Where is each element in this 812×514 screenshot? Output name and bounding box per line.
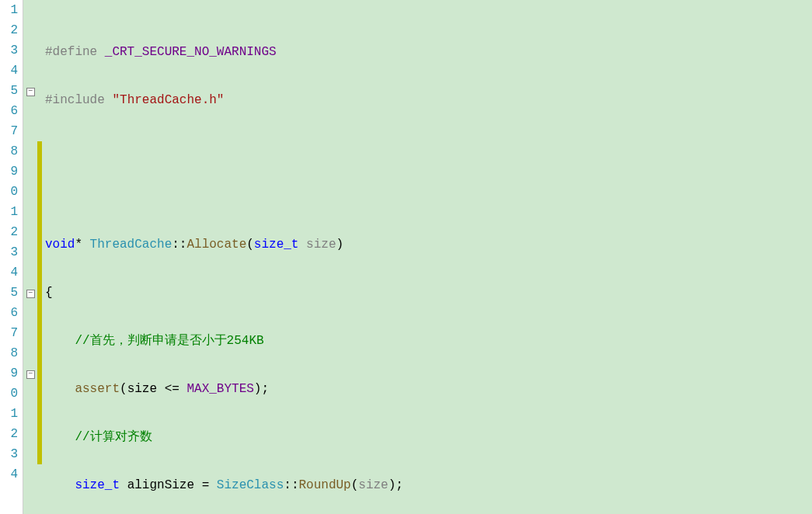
code-line[interactable]: #include "ThreadCache.h" [42, 90, 812, 110]
code-line[interactable] [42, 186, 812, 207]
preproc-directive: #define [45, 45, 105, 59]
code-line[interactable]: assert(size <= MAX_BYTES); [42, 379, 812, 399]
comment: //首先，判断申请是否小于254KB [75, 334, 263, 348]
line-number: 9 [0, 363, 18, 384]
fold-toggle-icon[interactable]: − [26, 88, 35, 96]
comment: //计算对齐数 [75, 430, 152, 444]
line-number: 7 [0, 121, 18, 141]
line-number: 5 [0, 81, 18, 101]
code-line[interactable]: //首先，判断申请是否小于254KB [42, 331, 812, 351]
operator: = [194, 478, 217, 492]
fold-gutter: − − − [23, 0, 37, 514]
code-line[interactable]: void* ThreadCache::Allocate(size_t size) [42, 234, 812, 255]
line-number: 1 [0, 202, 18, 222]
line-number-gutter: 1 2 3 4 5 6 7 8 9 0 1 2 3 4 5 6 7 8 9 0 … [0, 0, 23, 514]
line-number: 4 [0, 262, 18, 283]
line-number: 8 [0, 141, 18, 161]
preproc-directive: #include [45, 93, 112, 107]
code-line[interactable]: size_t alignSize = SizeClass::RoundUp(si… [42, 475, 812, 495]
punct: :: [284, 478, 298, 492]
line-number: 2 [0, 222, 18, 242]
punct: ) [336, 238, 343, 252]
code-line[interactable]: { [42, 283, 812, 303]
line-number: 6 [0, 101, 18, 121]
type: size_t [254, 238, 306, 252]
fold-toggle-icon[interactable]: − [26, 370, 35, 379]
line-number: 9 [0, 161, 18, 182]
line-number: 1 [0, 404, 18, 424]
line-number: 7 [0, 323, 18, 343]
code-line[interactable]: #define _CRT_SECURE_NO_WARNINGS [42, 42, 812, 62]
line-number: 5 [0, 283, 18, 303]
line-number: 0 [0, 384, 18, 404]
code-editor[interactable]: 1 2 3 4 5 6 7 8 9 0 1 2 3 4 5 6 7 8 9 0 … [0, 0, 812, 514]
line-number: 3 [0, 40, 18, 61]
code-line[interactable]: //计算对齐数 [42, 427, 812, 447]
type: size_t [75, 478, 127, 492]
code-area[interactable]: #define _CRT_SECURE_NO_WARNINGS #include… [42, 0, 812, 514]
function-call: assert [75, 382, 120, 396]
function-call: RoundUp [298, 478, 350, 492]
line-number: 6 [0, 303, 18, 323]
line-number: 3 [0, 444, 18, 464]
macro: MAX_BYTES [186, 382, 253, 396]
punct: ); [254, 382, 269, 396]
code-line[interactable] [42, 138, 812, 158]
brace: { [45, 286, 53, 300]
line-number: 8 [0, 343, 18, 363]
class-name: ThreadCache [90, 238, 173, 252]
punct: * [75, 238, 89, 252]
identifier: size [127, 382, 157, 396]
parameter: size [306, 238, 336, 252]
keyword: void [45, 238, 75, 252]
identifier: alignSize [127, 478, 194, 492]
line-number: 0 [0, 182, 18, 202]
line-number: 3 [0, 242, 18, 262]
line-number: 4 [0, 464, 18, 484]
punct: ( [351, 478, 359, 492]
argument: size [358, 478, 388, 492]
punct: ); [389, 478, 403, 492]
punct: :: [172, 238, 186, 252]
class-name: SizeClass [217, 478, 284, 492]
string-literal: "ThreadCache.h" [112, 93, 224, 107]
line-number: 2 [0, 20, 18, 40]
operator: <= [157, 382, 186, 396]
punct: ( [246, 238, 254, 252]
function-name: Allocate [186, 238, 246, 252]
macro: _CRT_SECURE_NO_WARNINGS [105, 45, 277, 59]
punct: ( [120, 382, 127, 396]
line-number: 1 [0, 0, 18, 20]
fold-toggle-icon[interactable]: − [26, 290, 35, 298]
line-number: 4 [0, 61, 18, 81]
line-number: 2 [0, 424, 18, 444]
